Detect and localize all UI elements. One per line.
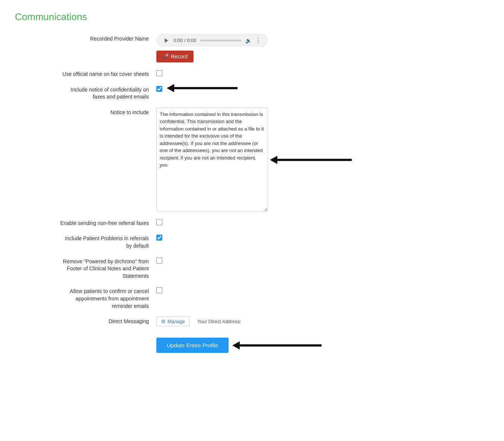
record-button-label: Record — [171, 54, 188, 59]
include-patient-problems-checkbox[interactable] — [156, 235, 162, 241]
play-button[interactable] — [163, 37, 170, 44]
use-official-name-label: Use official name on fax cover sheets — [15, 69, 156, 78]
notice-textarea[interactable]: The information contained in this transm… — [156, 107, 268, 212]
recorded-provider-label: Recorded Provider Name — [15, 34, 156, 43]
record-button[interactable]: 🎤 Record — [156, 51, 194, 62]
remove-powered-by-row: Remove "Powered by drchrono" from Footer… — [15, 257, 350, 280]
include-confidentiality-label: Include notice of confidentiality on fax… — [15, 85, 156, 101]
audio-time: 0:00 / 0:00 — [173, 38, 196, 43]
include-confidentiality-checkbox[interactable] — [156, 86, 162, 92]
allow-patients-confirm-row: Allow patients to confirm or cancel appo… — [15, 286, 350, 310]
microphone-icon: 🎤 — [162, 54, 169, 59]
notice-to-include-label: Notice to include — [15, 107, 156, 116]
enable-non-free-faxes-label: Enable sending non-free referral faxes — [15, 218, 156, 227]
update-entire-profile-button[interactable]: Update Entire Profile — [156, 338, 229, 353]
enable-non-free-faxes-checkbox[interactable] — [156, 219, 162, 225]
include-confidentiality-row: Include notice of confidentiality on fax… — [15, 85, 350, 101]
allow-patients-confirm-label: Allow patients to confirm or cancel appo… — [15, 286, 156, 310]
recorded-provider-name-row: Recorded Provider Name 0:00 / 0:00 🔉 ⋮ 🎤… — [15, 34, 350, 62]
confidentiality-arrow-annotation — [167, 84, 237, 92]
remove-powered-by-label: Remove "Powered by drchrono" from Footer… — [15, 257, 156, 280]
svg-marker-0 — [165, 38, 168, 42]
direct-messaging-label: Direct Messaging — [15, 316, 156, 325]
use-official-name-row: Use official name on fax cover sheets — [15, 69, 350, 78]
include-patient-problems-label: Include Patient Problems in referrals by… — [15, 234, 156, 250]
audio-player: 0:00 / 0:00 🔉 ⋮ — [156, 34, 268, 47]
direct-messaging-row: Direct Messaging ⚙ Manage Your Direct Ad… — [15, 316, 350, 326]
enable-non-free-faxes-row: Enable sending non-free referral faxes — [15, 218, 350, 227]
include-patient-problems-row: Include Patient Problems in referrals by… — [15, 234, 350, 250]
update-row: Update Entire Profile — [15, 338, 350, 353]
update-arrow-annotation — [232, 341, 322, 350]
more-options-icon[interactable]: ⋮ — [255, 37, 261, 44]
allow-patients-confirm-checkbox[interactable] — [156, 287, 162, 293]
notice-arrow-annotation — [270, 156, 352, 164]
use-official-name-checkbox[interactable] — [156, 70, 162, 76]
direct-address-label: Your Direct Address: — [197, 319, 241, 324]
gear-icon: ⚙ — [161, 319, 166, 324]
notice-to-include-row: Notice to include The information contai… — [15, 107, 350, 212]
volume-icon[interactable]: 🔉 — [245, 38, 252, 44]
audio-progress-bar[interactable] — [200, 40, 242, 41]
page-title: Communications — [15, 11, 350, 23]
remove-powered-by-checkbox[interactable] — [156, 258, 162, 264]
manage-button[interactable]: ⚙ Manage — [156, 316, 190, 326]
manage-button-label: Manage — [168, 319, 185, 324]
